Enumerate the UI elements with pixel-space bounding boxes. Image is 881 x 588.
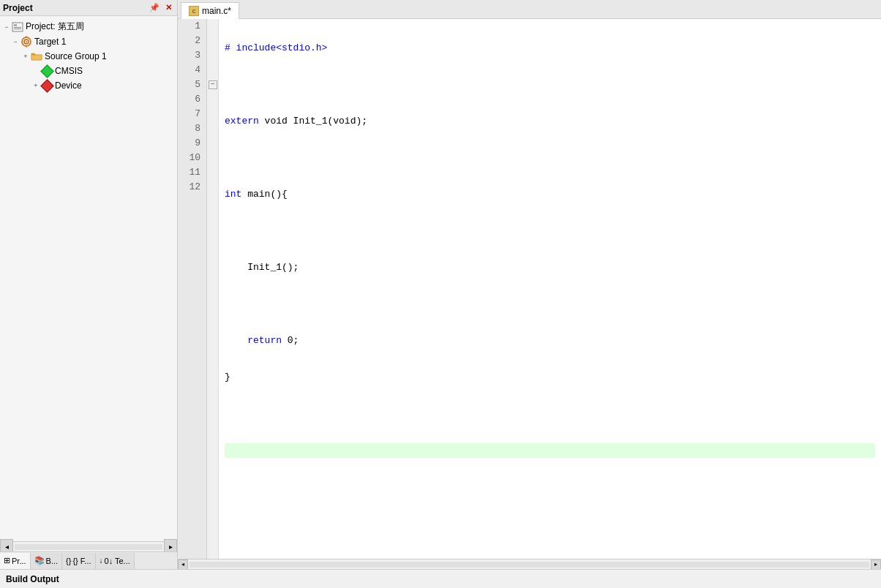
tab-functions[interactable]: {} {} F... xyxy=(62,553,95,569)
project-icon xyxy=(12,21,23,33)
fold-gutter: − xyxy=(207,19,219,559)
fold-12 xyxy=(207,180,218,195)
fold-11 xyxy=(207,165,218,180)
tree-label-source-group: Source Group 1 xyxy=(45,51,107,61)
code-editor[interactable]: 1 2 3 4 5 6 7 8 9 10 11 12 − xyxy=(178,19,881,559)
fold-10 xyxy=(207,151,218,165)
tree-label-cmsis: CMSIS xyxy=(55,66,83,76)
fold-7 xyxy=(207,107,218,121)
fold-4 xyxy=(207,63,218,78)
sidebar-hscroll[interactable]: ◂ ▸ xyxy=(0,541,177,551)
code-preprocessor-1: # include<stdio.h> xyxy=(225,41,327,56)
hscroll-left-btn[interactable]: ◂ xyxy=(178,559,188,570)
editor-area: c main.c* 1 2 3 4 5 6 7 8 9 10 11 12 xyxy=(178,0,881,569)
sidebar-header-icons: 📌 ✕ xyxy=(147,2,174,13)
device-diamond-icon xyxy=(41,80,53,91)
cmsis-diamond-icon xyxy=(41,65,53,77)
code-extern-rest: void Init_1(void); xyxy=(259,114,367,129)
code-line-4 xyxy=(225,151,875,165)
code-extern-keyword: extern xyxy=(225,114,259,129)
line-num-2: 2 xyxy=(184,34,200,48)
line-num-10: 10 xyxy=(184,151,200,165)
tab-books-label: B... xyxy=(46,557,59,565)
code-line-3: extern void Init_1(void); xyxy=(225,114,875,129)
code-int-keyword: int xyxy=(225,187,241,202)
sidebar-bottom-tabs: ⊞ Pr... 📚 B... {} {} F... ↓ 0↓ Te... xyxy=(0,551,177,569)
tab-templates-label: 0↓ Te... xyxy=(105,557,130,565)
line-num-4: 4 xyxy=(184,63,200,78)
tab-books-icon: 📚 xyxy=(34,556,45,565)
build-output-label: Build Output xyxy=(6,574,59,584)
tab-project[interactable]: ⊞ Pr... xyxy=(0,553,31,569)
project-tree: − Project: 第五周 − xyxy=(0,16,177,541)
code-content[interactable]: # include<stdio.h> extern void Init_1(vo… xyxy=(219,19,881,559)
line-number-gutter: 1 2 3 4 5 6 7 8 9 10 11 12 xyxy=(178,19,207,559)
tab-functions-icon: {} xyxy=(66,557,71,565)
code-init-call: Init_1(); xyxy=(225,260,299,275)
code-line-9: return 0; xyxy=(225,333,875,348)
line-num-7: 7 xyxy=(184,107,200,121)
editor-tab-main-c[interactable]: c main.c* xyxy=(181,2,239,19)
code-line-11 xyxy=(225,407,875,421)
fold-9 xyxy=(207,136,218,151)
line-num-5: 5 xyxy=(184,78,200,92)
fold-8 xyxy=(207,121,218,136)
tab-templates[interactable]: ↓ 0↓ Te... xyxy=(96,553,135,569)
sidebar-panel: Project 📌 ✕ − Project: 第五周 xyxy=(0,0,178,569)
sidebar-tab-list: ⊞ Pr... 📚 B... {} {} F... ↓ 0↓ Te... xyxy=(0,553,177,569)
close-icon[interactable]: ✕ xyxy=(163,2,174,13)
line-num-9: 9 xyxy=(184,136,200,151)
line-num-12: 12 xyxy=(184,180,200,195)
editor-tab-bar: c main.c* xyxy=(178,0,881,19)
code-closing-brace: } xyxy=(225,370,230,385)
file-icon: c xyxy=(189,6,199,16)
fold-2 xyxy=(207,34,218,48)
svg-point-6 xyxy=(26,41,27,42)
code-line-7: Init_1(); xyxy=(225,260,875,275)
tree-item-target1[interactable]: − Target 1 xyxy=(0,34,177,49)
tree-item-source-group[interactable]: + Source Group 1 xyxy=(0,49,177,64)
toggle-target1[interactable]: − xyxy=(10,37,20,47)
tree-label-device: Device xyxy=(55,80,82,91)
toggle-source-group[interactable]: + xyxy=(20,51,31,61)
tree-label-target1: Target 1 xyxy=(34,37,66,47)
svg-rect-1 xyxy=(14,24,17,26)
tree-item-device[interactable]: + Device xyxy=(0,78,177,93)
editor-hscroll[interactable]: ◂ ▸ xyxy=(178,559,881,569)
tab-filename: main.c* xyxy=(202,6,231,16)
fold-1 xyxy=(207,19,218,34)
hscroll-right-btn[interactable]: ▸ xyxy=(871,559,881,570)
fold-5[interactable]: − xyxy=(209,80,217,89)
code-line-8 xyxy=(225,297,875,312)
fold-3 xyxy=(207,48,218,63)
hscroll-track[interactable] xyxy=(190,562,869,568)
tree-item-cmsis[interactable]: · CMSIS xyxy=(0,64,177,78)
tab-books[interactable]: 📚 B... xyxy=(31,553,63,569)
svg-rect-2 xyxy=(14,27,21,28)
code-main-func: main(){ xyxy=(241,187,287,202)
sidebar-title: Project xyxy=(3,3,33,13)
code-return-val: 0; xyxy=(282,333,299,348)
line-num-3: 3 xyxy=(184,48,200,63)
target-icon xyxy=(20,36,32,48)
code-line-2 xyxy=(225,78,875,92)
svg-rect-3 xyxy=(14,29,21,29)
code-line-10: } xyxy=(225,370,875,385)
code-line-6 xyxy=(225,224,875,238)
build-output-bar: Build Output xyxy=(0,569,881,588)
fold-6 xyxy=(207,92,218,107)
toggle-project-root[interactable]: − xyxy=(1,22,12,32)
tree-label-project-root: Project: 第五周 xyxy=(26,20,84,33)
sidebar-header: Project 📌 ✕ xyxy=(0,0,177,16)
tab-project-icon: ⊞ xyxy=(4,556,10,565)
sidebar-scroll-track[interactable] xyxy=(15,544,162,550)
line-num-1: 1 xyxy=(184,19,200,34)
line-num-11: 11 xyxy=(184,165,200,180)
line-num-6: 6 xyxy=(184,92,200,107)
code-line-12 xyxy=(225,443,875,458)
line-num-8: 8 xyxy=(184,121,200,136)
pin-icon[interactable]: 📌 xyxy=(147,2,162,13)
code-line-1: # include<stdio.h> xyxy=(225,41,875,56)
tree-item-project-root[interactable]: − Project: 第五周 xyxy=(0,19,177,34)
tab-project-label: Pr... xyxy=(12,557,26,565)
